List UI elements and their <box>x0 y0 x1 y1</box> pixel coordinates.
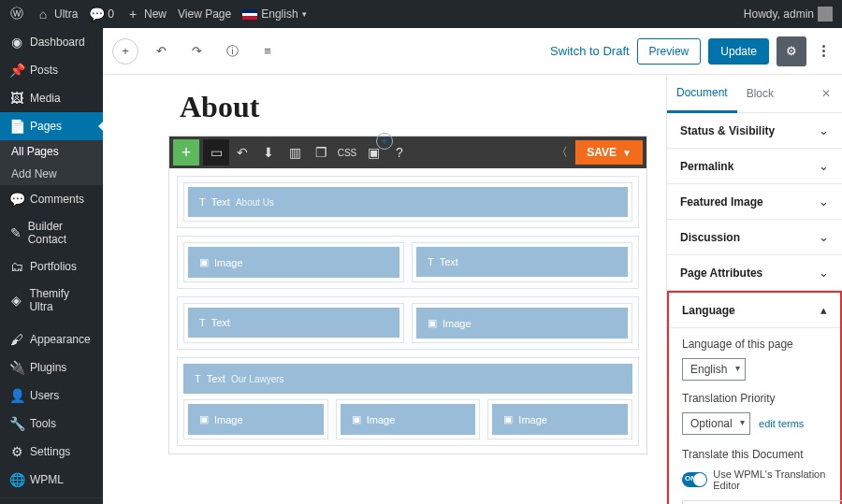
inspector-tabs: Document Block ✕ <box>667 75 842 113</box>
builder-save-button[interactable]: SAVE▼ <box>575 140 643 165</box>
builder-column[interactable]: ▣Image <box>412 303 632 343</box>
collapse-menu[interactable]: ◀Collapse menu <box>0 497 103 504</box>
text-icon: T <box>195 373 201 384</box>
update-button[interactable]: Update <box>708 38 769 65</box>
page-language-select[interactable]: English <box>682 358 746 381</box>
builder-column[interactable]: TText <box>183 303 404 343</box>
image-icon: ▣ <box>352 413 361 425</box>
builder-row[interactable]: TTextOur Lawyers▣Image▣Image▣Image <box>177 357 639 446</box>
panel-page-attributes[interactable]: Page Attributes⌄ <box>667 255 842 291</box>
undo-button[interactable]: ↶ <box>148 38 174 65</box>
translate-doc-label: Translate this Document <box>682 448 827 461</box>
chevron-down-icon: ⌄ <box>819 194 829 209</box>
tab-block[interactable]: Block <box>737 76 783 111</box>
media-icon: 🖼 <box>9 91 24 106</box>
sidebar-item-portfolios[interactable]: 🗂Portfolios <box>0 252 103 281</box>
sidebar-item-posts[interactable]: 📌Posts <box>0 56 103 84</box>
panel-language[interactable]: Language ▴ <box>669 293 840 328</box>
sidebar-item-media[interactable]: 🖼Media <box>0 84 103 112</box>
sidebar-item-appearance[interactable]: 🖌Appearance <box>0 325 103 353</box>
page-icon: 📄 <box>9 119 24 134</box>
insert-block-circle[interactable]: + <box>376 133 393 150</box>
info-button[interactable]: ⓘ <box>219 38 245 65</box>
chevron-down-icon: ⌄ <box>819 230 829 244</box>
builder-column[interactable]: ▣Image <box>487 399 632 439</box>
add-block-button[interactable]: + <box>112 38 138 65</box>
new-link[interactable]: +New <box>125 7 167 22</box>
panel-discussion[interactable]: Discussion⌄ <box>667 220 842 255</box>
sidebar-item-plugins[interactable]: 🔌Plugins <box>0 353 103 382</box>
comments-link[interactable]: 💬0 <box>89 7 114 22</box>
import-icon[interactable]: ⬇ <box>255 139 282 166</box>
image-icon: ▣ <box>503 413 513 425</box>
redo-button[interactable]: ↷ <box>183 38 210 65</box>
builder-row[interactable]: TTextAbout Us <box>177 176 639 228</box>
account-link[interactable]: Howdy, admin <box>744 7 833 22</box>
builder-block-text[interactable]: TText <box>416 247 628 277</box>
sidebar-item-pages[interactable]: 📄Pages <box>0 112 103 140</box>
builder-block-image[interactable]: ▣Image <box>188 404 324 435</box>
portfolio-icon: 🗂 <box>9 259 24 274</box>
panel-featured-image[interactable]: Featured Image⌄ <box>667 184 842 220</box>
builder-column[interactable]: ▣Image <box>183 399 328 439</box>
language-panel-highlight: Language ▴ Language of this page English… <box>667 291 842 504</box>
builder-column[interactable]: TText <box>412 242 632 282</box>
submenu-all-pages[interactable]: All Pages <box>0 140 103 163</box>
builder-block-image[interactable]: ▣Image <box>492 404 628 435</box>
language-switch[interactable]: English▾ <box>242 7 306 21</box>
builder-block-text[interactable]: TTextAbout Us <box>188 187 628 217</box>
pin-icon: 📌 <box>9 63 24 78</box>
builder-toolbar: + ▭ ↶ ⬇ ▥ ❐ CSS ▣ ? 〈 SAVE▼ <box>169 137 646 168</box>
builder-add-button[interactable]: + <box>173 139 199 166</box>
sidebar-item-themify-ultra[interactable]: ◈Themify Ultra <box>0 281 103 320</box>
chevron-down-icon: ▾ <box>302 9 307 19</box>
preview-button[interactable]: Preview <box>637 38 702 65</box>
builder-column[interactable]: TTextAbout Us <box>183 182 632 222</box>
builder-column[interactable]: ▣Image <box>183 242 404 282</box>
priority-select[interactable]: Optional <box>682 412 750 435</box>
sidebar-item-comments[interactable]: 💬Comments <box>0 185 103 213</box>
chevron-down-icon: ⌄ <box>819 123 829 137</box>
builder-block-image[interactable]: ▣Image <box>416 308 628 338</box>
image-icon: ▣ <box>199 413 209 425</box>
sidebar-item-settings[interactable]: ⚙Settings <box>0 438 103 466</box>
sidebar-item-users[interactable]: 👤Users <box>0 382 103 410</box>
switch-draft-link[interactable]: Switch to Draft <box>550 44 630 58</box>
builder-block-image[interactable]: ▣Image <box>188 247 399 278</box>
sidebar-item-dashboard[interactable]: ◉Dashboard <box>0 28 103 56</box>
more-menu[interactable] <box>814 45 833 57</box>
settings-button[interactable]: ⚙ <box>777 36 806 66</box>
text-icon: T <box>428 256 434 267</box>
builder-undo[interactable]: ↶ <box>229 139 255 166</box>
panel-status-visibility[interactable]: Status & Visibility⌄ <box>667 113 842 149</box>
builder-row[interactable]: TText▣Image <box>177 296 639 350</box>
builder-block-text[interactable]: TTextOur Lawyers <box>183 364 632 394</box>
builder-row[interactable]: ▣ImageTText <box>177 236 639 289</box>
submenu-add-new[interactable]: Add New <box>0 163 103 185</box>
plugin-icon: 🔌 <box>9 360 24 375</box>
edit-terms-link[interactable]: edit terms <box>759 418 804 429</box>
view-page-link[interactable]: View Page <box>178 7 231 21</box>
css-button[interactable]: CSS <box>334 139 360 166</box>
sidebar-item-builder-contact[interactable]: ✎Builder Contact <box>0 213 103 252</box>
builder-column[interactable]: ▣Image <box>336 399 481 439</box>
panel-permalink[interactable]: Permalink⌄ <box>667 149 842 184</box>
sidebar-item-tools[interactable]: 🔧Tools <box>0 410 103 438</box>
builder-close[interactable]: 〈 <box>548 144 575 161</box>
uk-flag-icon <box>242 9 257 20</box>
wp-logo[interactable]: ⓦ <box>9 7 24 22</box>
sidebar-item-wpml[interactable]: 🌐WPML <box>0 466 103 494</box>
close-inspector[interactable]: ✕ <box>810 87 842 100</box>
builder-block-text[interactable]: TText <box>188 308 399 338</box>
duplicate-icon[interactable]: ❐ <box>308 139 334 166</box>
layout-icon[interactable]: ▥ <box>282 139 308 166</box>
builder-block-image[interactable]: ▣Image <box>341 404 476 435</box>
tab-document[interactable]: Document <box>667 75 737 113</box>
wpml-editor-toggle[interactable]: ON <box>682 472 707 487</box>
comment-icon: 💬 <box>9 192 24 207</box>
page-title[interactable]: About <box>180 90 647 124</box>
desktop-view-icon[interactable]: ▭ <box>203 139 229 166</box>
site-link[interactable]: ⌂Ultra <box>36 7 78 22</box>
outline-button[interactable]: ≡ <box>254 38 281 65</box>
chevron-down-icon: ▼ <box>622 148 632 158</box>
